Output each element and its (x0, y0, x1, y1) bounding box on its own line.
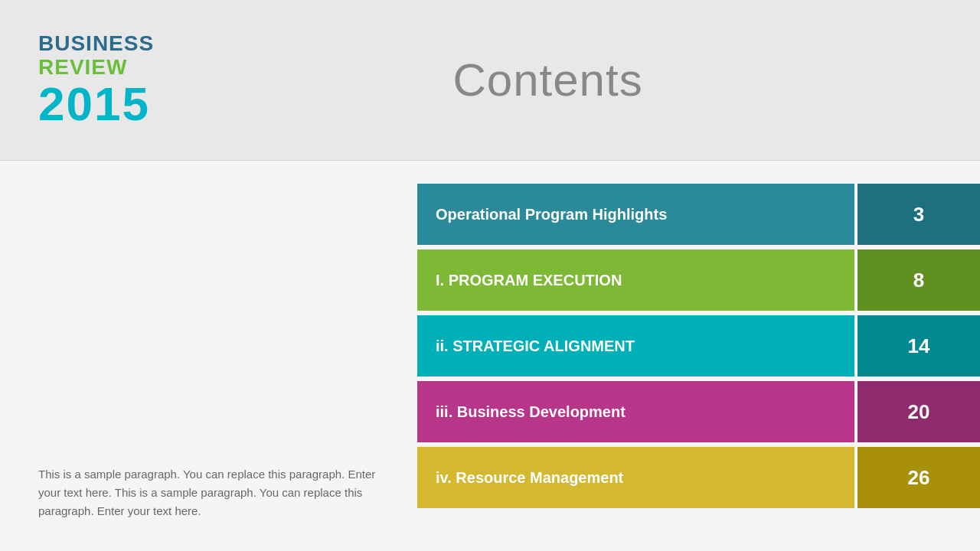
toc-page-4: 20 (858, 381, 980, 442)
toc-page-1: 3 (858, 184, 980, 245)
left-panel: This is a sample paragraph. You can repl… (0, 161, 417, 551)
table-of-contents: Operational Program Highlights3I. PROGRA… (417, 161, 980, 551)
toc-row[interactable]: Operational Program Highlights3 (417, 184, 980, 245)
toc-row[interactable]: iii. Business Development20 (417, 381, 980, 442)
page-header: BUSINESS REVIEW 2015 Contents (0, 0, 980, 161)
toc-label-3: ii. STRATEGIC ALIGNMENT (417, 315, 854, 377)
toc-page-5: 26 (858, 447, 980, 508)
toc-label-5: iv. Resource Management (417, 447, 854, 508)
toc-label-2: I. PROGRAM EXECUTION (417, 249, 854, 311)
toc-label-4: iii. Business Development (417, 381, 854, 442)
toc-page-2: 8 (858, 249, 980, 311)
toc-row[interactable]: I. PROGRAM EXECUTION8 (417, 249, 980, 311)
brand-review: REVIEW (38, 56, 154, 80)
sample-paragraph: This is a sample paragraph. You can repl… (38, 465, 379, 520)
brand-business: BUSINESS (38, 32, 154, 56)
brand-year: 2015 (38, 80, 154, 128)
toc-row[interactable]: ii. STRATEGIC ALIGNMENT14 (417, 315, 980, 377)
toc-row[interactable]: iv. Resource Management26 (417, 447, 980, 508)
toc-page-3: 14 (858, 315, 980, 377)
branding-block: BUSINESS REVIEW 2015 (38, 32, 154, 129)
content-area: This is a sample paragraph. You can repl… (0, 161, 980, 551)
page-title: Contents (154, 54, 942, 106)
toc-label-1: Operational Program Highlights (417, 184, 854, 245)
